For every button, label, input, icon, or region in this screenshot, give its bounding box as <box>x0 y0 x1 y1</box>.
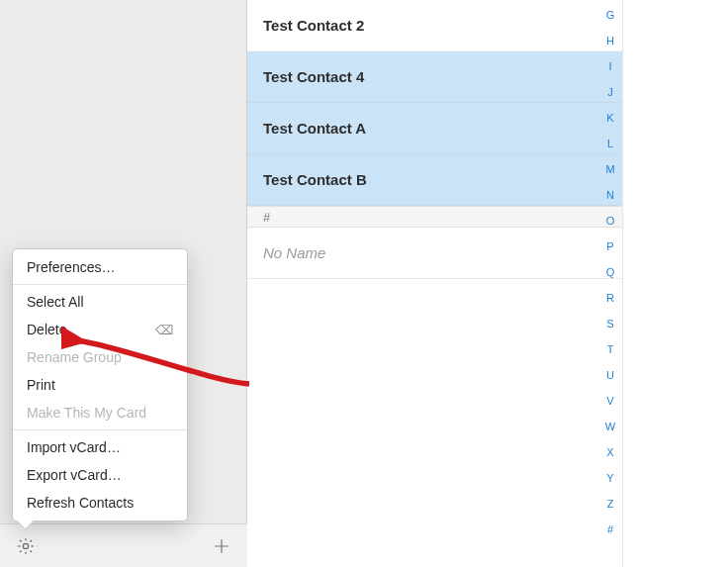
index-letter[interactable]: S <box>606 311 613 336</box>
svg-point-0 <box>23 543 28 548</box>
menu-label: Export vCard… <box>27 467 122 483</box>
menu-label: Delete <box>27 322 66 337</box>
menu-select-all[interactable]: Select All <box>13 288 187 316</box>
index-letter[interactable]: T <box>607 336 614 362</box>
menu-import-vcard[interactable]: Import vCard… <box>13 433 187 461</box>
menu-label: Select All <box>27 294 84 310</box>
menu-rename-group: Rename Group <box>13 343 187 371</box>
contact-name: Test Contact B <box>263 171 367 188</box>
menu-label: Rename Group <box>27 349 122 365</box>
plus-icon <box>212 536 231 556</box>
detail-panel <box>623 0 728 567</box>
menu-label: Preferences… <box>27 259 115 275</box>
index-letter[interactable]: M <box>605 156 614 182</box>
contact-name: No Name <box>263 244 325 261</box>
contact-name: Test Contact 4 <box>263 68 364 85</box>
index-letter[interactable]: Q <box>606 259 615 285</box>
add-button[interactable] <box>210 534 233 558</box>
menu-separator <box>13 284 187 285</box>
settings-button[interactable] <box>14 534 38 558</box>
menu-separator <box>13 429 187 430</box>
menu-label: Make This My Card <box>27 405 146 421</box>
index-letter[interactable]: Y <box>606 465 613 491</box>
menu-delete[interactable]: Delete ⌫ <box>13 316 187 343</box>
contact-list: Test Contact 2 Test Contact 4 Test Conta… <box>247 0 623 567</box>
menu-export-vcard[interactable]: Export vCard… <box>13 461 187 489</box>
contact-row[interactable]: Test Contact B <box>247 154 622 206</box>
index-letter[interactable]: P <box>606 234 613 259</box>
contact-name: Test Contact 2 <box>263 17 364 34</box>
index-letter[interactable]: J <box>607 79 613 105</box>
index-letter[interactable]: I <box>608 53 611 79</box>
index-letter[interactable]: X <box>606 439 613 465</box>
index-letter[interactable]: G <box>606 2 615 28</box>
menu-preferences[interactable]: Preferences… <box>13 253 187 281</box>
section-header-label: # <box>263 210 270 225</box>
contact-row[interactable]: Test Contact 4 <box>247 51 622 103</box>
menu-refresh-contacts[interactable]: Refresh Contacts <box>13 489 187 517</box>
index-letter[interactable]: L <box>607 131 613 156</box>
menu-label: Refresh Contacts <box>27 495 134 511</box>
index-letter[interactable]: K <box>606 105 613 131</box>
index-letter[interactable]: H <box>606 28 614 53</box>
gear-icon <box>16 536 36 556</box>
index-letter[interactable]: V <box>606 388 613 414</box>
menu-print[interactable]: Print <box>13 371 187 399</box>
menu-label: Import vCard… <box>27 439 121 455</box>
menu-label: Print <box>27 377 55 393</box>
contact-row[interactable]: Test Contact 2 <box>247 0 622 51</box>
index-letter[interactable]: # <box>607 517 613 542</box>
index-letter[interactable]: Z <box>607 491 614 517</box>
index-letter[interactable]: N <box>606 182 614 208</box>
section-header: # <box>247 206 622 228</box>
contact-row[interactable]: Test Contact A <box>247 103 622 154</box>
menu-make-my-card: Make This My Card <box>13 399 187 426</box>
alpha-index-rail: G H I J K L M N O P Q R S T U V W X Y Z … <box>598 0 622 542</box>
backspace-icon: ⌫ <box>155 323 173 337</box>
index-letter[interactable]: O <box>606 208 615 234</box>
contact-name: Test Contact A <box>263 120 366 137</box>
contact-row-noname[interactable]: No Name <box>247 228 622 279</box>
index-letter[interactable]: W <box>605 414 615 439</box>
index-letter[interactable]: U <box>606 362 614 388</box>
index-letter[interactable]: R <box>606 285 614 311</box>
settings-context-menu: Preferences… Select All Delete ⌫ Rename … <box>12 248 188 521</box>
sidebar-toolbar <box>0 523 247 567</box>
